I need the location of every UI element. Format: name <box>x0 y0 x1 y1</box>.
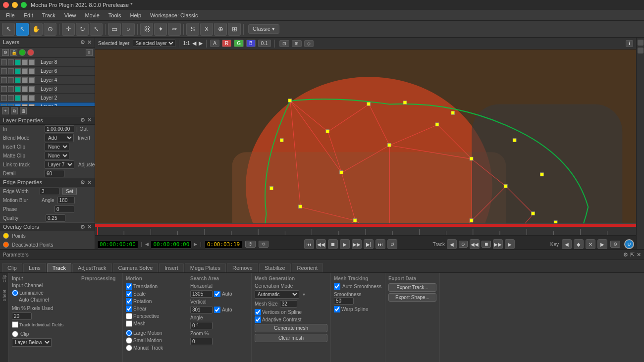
angle-value-input[interactable] <box>190 322 213 329</box>
layer-below-select[interactable]: Layer Below <box>12 338 52 347</box>
manual-track-radio[interactable] <box>126 345 132 351</box>
layer-vis2[interactable] <box>29 59 35 65</box>
track-fwd-btn[interactable]: ▶▶ <box>493 239 503 249</box>
tab-reorient[interactable]: Reorient <box>292 263 323 272</box>
play-fwd-btn[interactable]: ▶▶ <box>352 239 362 249</box>
zoom-up-btn[interactable]: ▶ <box>199 40 203 47</box>
layer-check[interactable] <box>22 95 28 101</box>
tab-stabilize[interactable]: Stabilize <box>259 263 291 272</box>
mesh-btn[interactable]: ⊞ <box>292 40 302 47</box>
minimize-btn[interactable] <box>12 2 18 8</box>
grid-tool[interactable]: ⊞ <box>228 23 241 36</box>
prev-frame-btn[interactable]: ◀◀ <box>316 239 326 249</box>
vertices-checkbox[interactable] <box>255 309 261 315</box>
key-del-btn[interactable]: ✕ <box>586 239 595 249</box>
next-frame-btn[interactable]: ▶| <box>364 239 374 249</box>
edge-width-input[interactable] <box>40 188 59 195</box>
btn-a[interactable]: A <box>210 40 219 47</box>
tab-track[interactable]: Track <box>47 263 71 272</box>
layer-vis-icon[interactable] <box>1 68 7 74</box>
layer-vis2[interactable] <box>29 95 35 101</box>
tab-insert[interactable]: Insert <box>159 263 184 272</box>
mesh-checkbox[interactable] <box>126 320 132 327</box>
layers-close-icon[interactable]: ✕ <box>87 39 92 46</box>
next-btn[interactable]: ▶ <box>194 242 197 247</box>
angle-input[interactable] <box>57 197 75 204</box>
params-settings[interactable]: ⚙ <box>623 252 628 258</box>
scale-tool[interactable]: ⤡ <box>90 23 103 36</box>
menu-edit[interactable]: Edit <box>20 11 37 19</box>
export-track-btn[interactable]: Export Track... <box>388 283 436 292</box>
layer-row[interactable]: Layer 3 <box>0 85 95 94</box>
select-tool-2[interactable]: ↖ <box>16 23 29 36</box>
points-color-swatch[interactable] <box>3 233 9 239</box>
close-btn[interactable] <box>3 2 9 8</box>
layer-dup-btn[interactable]: ⧉ <box>11 107 18 114</box>
layer-vis-icon[interactable] <box>1 86 7 92</box>
layer-row-selected[interactable]: Layer 7 <box>0 103 95 106</box>
btn-r[interactable]: R <box>222 40 231 47</box>
key-options-btn[interactable]: ⚙ <box>610 241 620 248</box>
h-value-input[interactable] <box>190 290 213 298</box>
luminance-radio-input[interactable] <box>12 290 18 296</box>
layer-spline-icon[interactable] <box>8 77 14 83</box>
translation-checkbox[interactable] <box>126 283 132 290</box>
deactivated-color-swatch[interactable] <box>3 242 9 248</box>
pan-tool[interactable]: ✋ <box>30 23 43 36</box>
generate-mesh-btn[interactable]: Generate mesh <box>255 324 327 332</box>
menu-view[interactable]: View <box>60 11 80 19</box>
stop-btn[interactable]: ⏹ <box>328 239 338 249</box>
layer-spline-icon[interactable] <box>8 86 14 92</box>
automatic-select[interactable]: Automatic <box>255 290 299 299</box>
info-btn[interactable]: ℹ <box>626 40 633 47</box>
layer-vis-icon[interactable] <box>1 77 7 83</box>
small-motion-radio[interactable] <box>126 337 132 344</box>
ellipse-tool[interactable]: ○ <box>122 23 135 36</box>
rect-tool[interactable]: ▭ <box>108 23 121 36</box>
layer-new-btn[interactable]: + <box>2 107 9 114</box>
key-prev-btn[interactable]: ◀ <box>562 239 572 249</box>
link-tool[interactable]: ⛓ <box>140 23 153 36</box>
detail-input[interactable] <box>45 170 64 177</box>
tab-adjusttrack[interactable]: AdjustTrack <box>72 263 112 272</box>
v-value-input[interactable] <box>190 306 213 313</box>
layer-check[interactable] <box>22 68 28 74</box>
track-individual-checkbox[interactable] <box>12 321 18 328</box>
btn-pct[interactable]: 0.1 <box>258 40 271 47</box>
key-next-btn[interactable]: ▶ <box>597 239 607 249</box>
layer-selector[interactable]: Selected layer <box>133 40 175 47</box>
tab-lens[interactable]: Lens <box>23 263 46 272</box>
auto-v-checkbox[interactable] <box>214 307 220 313</box>
layer-vis2[interactable] <box>29 77 35 83</box>
layer-vis2[interactable] <box>29 68 35 74</box>
key-add-btn[interactable]: ◆ <box>574 239 584 249</box>
layer-row[interactable]: Layer 4 <box>0 76 95 85</box>
timecode-in[interactable]: 00:00:00:00 <box>151 240 192 249</box>
phase-input[interactable] <box>54 206 74 213</box>
layer-color-red[interactable] <box>27 49 34 56</box>
layer-check[interactable] <box>22 59 28 65</box>
display-btn[interactable]: ⊡ <box>279 40 289 47</box>
edge-props-settings[interactable]: ⚙ <box>80 179 85 186</box>
insert-clip-select[interactable]: None <box>45 143 69 151</box>
xspline-tool[interactable]: X <box>200 23 213 36</box>
adaptive-checkbox[interactable] <box>255 316 261 323</box>
tab-clip[interactable]: Clip <box>2 263 22 272</box>
go-end-btn[interactable]: ⏭ <box>376 239 385 249</box>
select-tool[interactable]: ↖ <box>2 23 15 36</box>
timecode-out[interactable]: 0:00:03:19 <box>205 240 242 249</box>
layer-menu-btn[interactable]: ≡ <box>86 49 93 56</box>
params-close[interactable]: ✕ <box>637 252 641 258</box>
track-next-btn[interactable]: ▶ <box>505 239 515 249</box>
sidebar-label-1[interactable]: Clip <box>2 275 7 283</box>
menu-tools[interactable]: Tools <box>105 11 125 19</box>
min-pixels-input[interactable] <box>12 312 32 320</box>
layer-props-close[interactable]: ✕ <box>87 117 92 123</box>
rotate-tool[interactable]: ↻ <box>76 23 89 36</box>
track-options-btn[interactable]: ⊙ <box>459 241 468 248</box>
layer-row[interactable]: Layer 6 <box>0 67 95 76</box>
layer-del-btn[interactable]: 🗑 <box>20 107 27 114</box>
magnet-tool[interactable]: ⊕ <box>214 23 227 36</box>
overlay-close[interactable]: ✕ <box>87 224 92 230</box>
layer-spline-icon[interactable] <box>8 68 14 74</box>
